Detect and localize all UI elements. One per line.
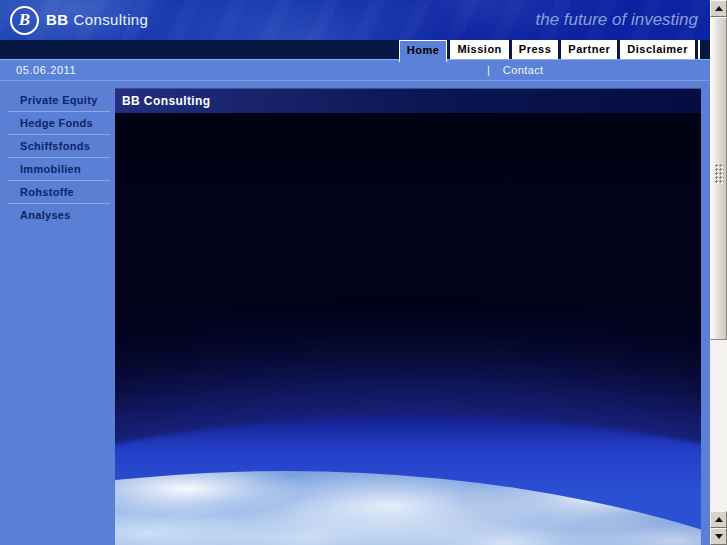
info-bar: 05.06.2011 | Contact	[0, 59, 710, 81]
scroll-up-button[interactable]	[710, 0, 727, 17]
earth-space-image	[115, 113, 701, 545]
tab-disclaimer[interactable]: Disclaimer	[620, 40, 695, 59]
brand-rest: Consulting	[73, 11, 148, 28]
scroll-down-arrow-icon	[715, 534, 723, 539]
header: B BBConsulting the future of investing	[0, 0, 710, 40]
content-title: BB Consulting	[122, 94, 211, 108]
tab-home[interactable]: Home	[399, 40, 448, 62]
sidebar-item-analyses[interactable]: Analyses	[8, 204, 110, 226]
sidebar-item-schiffsfonds[interactable]: Schiffsfonds	[8, 135, 110, 158]
sidebar: Private Equity Hedge Fonds Schiffsfonds …	[8, 89, 110, 226]
scroll-up-button-bottom[interactable]	[710, 511, 727, 528]
scroll-down-button[interactable]	[710, 528, 727, 545]
tab-mission[interactable]: Mission	[450, 40, 508, 59]
nav-bar: Home Mission Press Partner Disclaimer	[0, 40, 710, 59]
main-content: BB Consulting	[115, 88, 701, 545]
scrollbar-thumb-grip-icon	[715, 164, 724, 184]
sidebar-item-immobilien[interactable]: Immobilien	[8, 158, 110, 181]
sidebar-item-hedge-fonds[interactable]: Hedge Fonds	[8, 112, 110, 135]
logo-letter-icon: B	[19, 11, 30, 28]
tab-press[interactable]: Press	[512, 40, 558, 59]
vertical-scrollbar[interactable]	[710, 0, 727, 545]
scroll-up-arrow-icon	[715, 6, 723, 11]
sidebar-item-rohstoffe[interactable]: Rohstoffe	[8, 181, 110, 204]
header-tagline: the future of investing	[535, 10, 698, 30]
page: B BBConsulting the future of investing H…	[0, 0, 727, 545]
scrollbar-thumb[interactable]	[710, 17, 727, 340]
tab-partner[interactable]: Partner	[561, 40, 617, 59]
tab-strip-endcap	[698, 40, 700, 59]
content-title-bar: BB Consulting	[115, 88, 701, 113]
brand-bold: BB	[46, 11, 68, 28]
brand-title: BBConsulting	[46, 11, 148, 28]
contact-link[interactable]: Contact	[503, 64, 544, 76]
sidebar-item-private-equity[interactable]: Private Equity	[8, 89, 110, 112]
tab-strip: Home Mission Press Partner Disclaimer	[399, 40, 700, 59]
scroll-up-arrow-icon	[715, 517, 723, 522]
brand-logo[interactable]: B	[10, 6, 39, 35]
contact-separator: |	[487, 64, 490, 76]
date-label: 05.06.2011	[16, 64, 76, 76]
contact-group: | Contact	[487, 64, 544, 76]
